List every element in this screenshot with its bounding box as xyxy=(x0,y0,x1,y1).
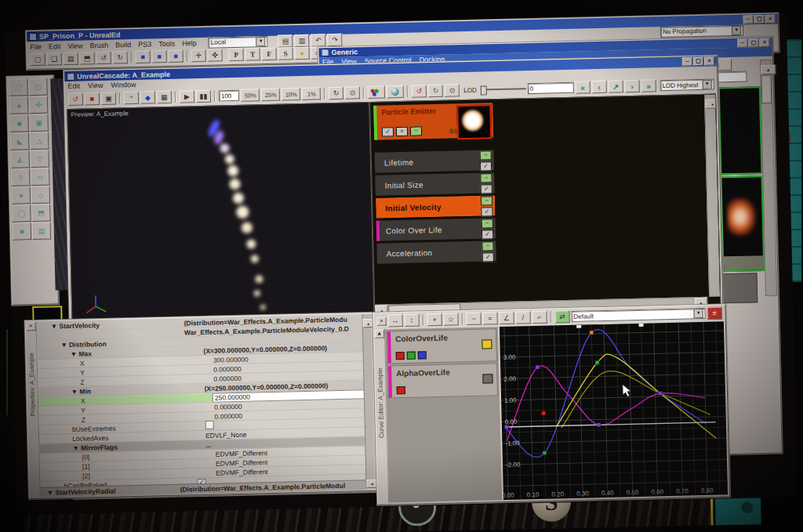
lod-higher-icon[interactable]: › xyxy=(624,80,639,92)
toolbox-primitive-icon-14[interactable]: ◯ xyxy=(12,204,31,223)
fit-vertical-icon[interactable]: ↕ xyxy=(404,313,419,326)
main-menu-edit[interactable]: Edit xyxy=(49,42,61,50)
curve-linear-icon[interactable]: / xyxy=(515,311,530,324)
module-enabled-checkbox[interactable]: ✓ xyxy=(482,252,494,262)
close-button[interactable]: × xyxy=(765,15,776,24)
asset-thumbnail-3[interactable] xyxy=(722,273,758,303)
menu-toolbar-button-0[interactable]: ▤ xyxy=(278,34,293,47)
sim-speed-button-10[interactable]: 10% xyxy=(282,88,300,101)
curve-constant-icon[interactable]: ⌐ xyxy=(532,311,547,324)
emitter-solo-icon[interactable]: × xyxy=(396,127,408,136)
lod-jump-lowest-icon[interactable]: « xyxy=(575,81,590,93)
track-curve-visibility-swatch[interactable] xyxy=(481,339,492,349)
show-flag-button-t[interactable]: T xyxy=(245,48,260,60)
main-menu-ps3[interactable]: PS3 xyxy=(138,40,151,48)
maximize-button[interactable]: ▢ xyxy=(693,57,703,66)
main-toolbar-button-0[interactable]: ▢ xyxy=(31,53,45,66)
track-color-swatch-2[interactable] xyxy=(418,351,427,359)
toolbox-primitive-icon-10[interactable]: ◊ xyxy=(11,168,31,186)
show-flag-button-f[interactable]: F xyxy=(261,48,276,60)
emitter-enabled-checkbox[interactable]: ✓ xyxy=(382,127,394,136)
curve-keypoint[interactable] xyxy=(543,451,547,455)
cascade-menu-window[interactable]: Window xyxy=(111,81,136,89)
maximize-button[interactable]: ▢ xyxy=(754,15,765,24)
emitter-header[interactable]: Particle Emitter ✓ × ~ 84 xyxy=(373,103,493,140)
background-color-icon[interactable] xyxy=(368,85,385,99)
curve-keypoint[interactable] xyxy=(658,391,662,395)
track-curve-visibility-swatch[interactable] xyxy=(482,374,492,383)
main-toolbar-button-3[interactable]: ⬒ xyxy=(80,52,95,64)
curve-keypoint[interactable] xyxy=(504,425,508,429)
toolbox-primitive-icon-3[interactable]: ✣ xyxy=(29,96,49,114)
lock-icon[interactable]: ● xyxy=(294,47,309,60)
view-mode-button-0[interactable]: ■ xyxy=(135,50,150,63)
maximize-button[interactable]: ▢ xyxy=(748,38,758,47)
curve-keypoint[interactable] xyxy=(536,365,540,369)
lod-field[interactable]: 0 xyxy=(528,82,574,94)
curve-track-coloroverlife[interactable]: ColorOverLife xyxy=(387,328,497,364)
sim-speed-field[interactable]: 100 xyxy=(219,90,240,102)
zoom-mode-icon[interactable]: ☆ xyxy=(443,313,458,325)
pan-mode-icon[interactable]: + xyxy=(427,313,441,326)
main-menu-build[interactable]: Build xyxy=(115,41,131,49)
toolbox-primitive-icon-0[interactable]: ▢ xyxy=(9,78,28,96)
emitter-thumbnail[interactable] xyxy=(456,104,492,139)
realtime-icon[interactable]: ⊙ xyxy=(345,86,360,99)
sim-speed-button-50[interactable]: 50% xyxy=(241,89,260,102)
minimize-button[interactable]: ─ xyxy=(737,38,747,47)
loop-icon[interactable]: ↻ xyxy=(329,87,343,100)
emitter-module-color-over-life[interactable]: Color Over Life~✓ xyxy=(376,218,496,241)
lod-combo[interactable]: LOD Highest ▼ xyxy=(659,79,714,92)
close-button[interactable]: × xyxy=(704,57,714,66)
view-mode-button-1[interactable]: ■ xyxy=(151,50,166,63)
minimize-button[interactable]: ─ xyxy=(743,15,754,24)
minimize-button[interactable]: ─ xyxy=(682,57,692,66)
lod-jump-highest-icon[interactable]: » xyxy=(641,79,656,92)
lod-realtime-icon[interactable]: ⊙ xyxy=(445,84,460,96)
module-curve-icon[interactable]: ~ xyxy=(481,219,493,228)
sim-speed-button-1[interactable]: 1% xyxy=(302,87,321,100)
emitter-module-lifetime[interactable]: Lifetime~✓ xyxy=(375,150,495,173)
asset-thumbnail-1[interactable] xyxy=(718,86,763,175)
tabs-icon[interactable]: ⇄ xyxy=(554,310,569,323)
fit-horizontal-icon[interactable]: ↔ xyxy=(387,314,402,327)
show-flag-button-s[interactable]: S xyxy=(278,47,292,60)
module-curve-icon[interactable]: ~ xyxy=(480,173,492,183)
curve-keypoint[interactable] xyxy=(597,423,601,427)
close-button[interactable]: × xyxy=(759,38,769,46)
toolbox-primitive-icon-4[interactable]: ◆ xyxy=(9,114,29,132)
show-flag-button-p[interactable]: P xyxy=(228,49,243,61)
properties-tab[interactable]: Properties: A_Example xyxy=(28,353,37,417)
toolbox-primitive-icon-11[interactable]: ▭ xyxy=(31,168,50,186)
coordinate-system-combo[interactable]: Local ▼ xyxy=(209,35,268,48)
main-menu-tools[interactable]: Tools xyxy=(158,39,175,47)
transform-button-1[interactable]: ✜ xyxy=(207,49,222,61)
curve-editor-tab[interactable]: Curve Editor: A_Example xyxy=(376,368,385,439)
menu-toolbar-button-3[interactable]: ↷ xyxy=(328,33,343,45)
toolbox-primitive-icon-2[interactable]: ▲ xyxy=(9,96,29,114)
main-menu-help[interactable]: Help xyxy=(182,39,197,47)
toolbox-primitive-icon-12[interactable]: ● xyxy=(12,186,31,204)
play-button[interactable]: ▶ xyxy=(180,90,194,103)
view-mode-button-2[interactable]: ■ xyxy=(168,49,183,62)
curve-track-alphaoverlife[interactable]: AlphaOverLife xyxy=(387,363,498,398)
track-color-swatch-1[interactable] xyxy=(407,352,416,360)
restart-sim-icon[interactable]: ↺ xyxy=(68,93,83,106)
regen-lod-duplicate-icon[interactable]: ↺ xyxy=(412,85,427,97)
show-bounds-icon[interactable]: * xyxy=(124,92,139,104)
toolbox-primitive-icon-7[interactable]: △ xyxy=(30,132,49,150)
toolbox-primitive-icon-13[interactable]: ◇ xyxy=(31,186,51,204)
module-curve-icon[interactable]: ~ xyxy=(481,241,493,251)
curve-keypoint[interactable] xyxy=(542,411,546,415)
regen-lod-lowest-icon[interactable]: ↻ xyxy=(428,85,443,97)
toolbox-primitive-icon-5[interactable]: ▣ xyxy=(29,114,49,132)
curve-keypoint[interactable] xyxy=(595,360,599,364)
sim-speed-button-25[interactable]: 25% xyxy=(261,89,280,102)
module-enabled-checkbox[interactable]: ✓ xyxy=(481,207,492,216)
emitter-module-initial-velocity[interactable]: Initial Velocity~✓ xyxy=(376,195,496,219)
motion-icon[interactable]: ◆ xyxy=(140,91,155,103)
close-icon[interactable]: × xyxy=(26,322,35,331)
curve-graph[interactable]: 3.002.001.000.00-1.00-2.000.000.100.200.… xyxy=(500,321,728,500)
curve-break-icon[interactable]: ∠ xyxy=(499,312,514,324)
menu-toolbar-button-2[interactable]: ↶ xyxy=(311,34,326,46)
